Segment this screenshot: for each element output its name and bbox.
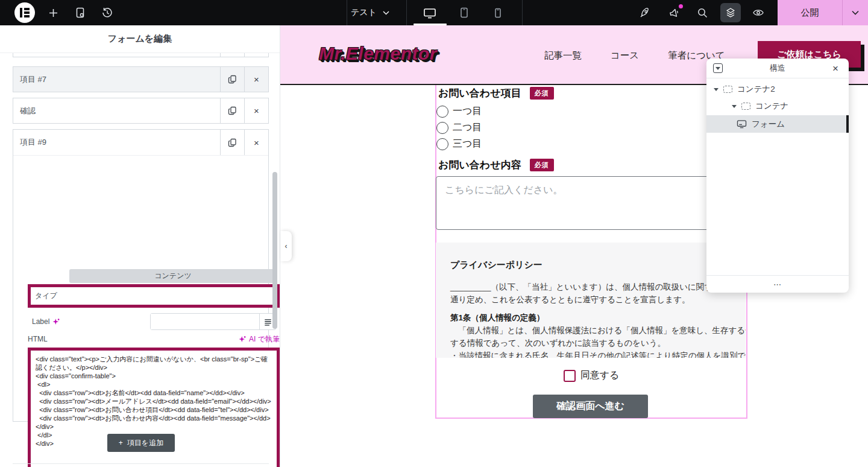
device-desktop-button[interactable] — [419, 0, 441, 25]
form-item-label: 確認 — [13, 98, 220, 123]
page-settings-button[interactable] — [70, 0, 90, 25]
add-element-button[interactable] — [43, 0, 63, 25]
message-label: お問い合わせ内容 必須 — [438, 158, 554, 172]
whats-new-button[interactable] — [662, 0, 686, 25]
write-with-ai-button[interactable]: AI で執筆 — [239, 334, 280, 345]
publish-button[interactable]: 公開 — [778, 0, 842, 25]
radio-option: 二つ目 — [436, 121, 482, 134]
document-icon — [74, 7, 86, 19]
tree-item-container[interactable]: コンテナ — [706, 100, 849, 113]
close-icon[interactable]: × — [828, 59, 843, 78]
form-item-row[interactable]: 項目 #7 × — [13, 66, 269, 92]
plus-icon: + — [119, 439, 123, 447]
duplicate-item-button[interactable] — [220, 67, 244, 92]
topbar-divider — [406, 0, 407, 25]
page-title: テスト — [351, 7, 377, 18]
form-item-row[interactable]: 確認 × — [13, 98, 269, 124]
required-badge: 必須 — [530, 159, 554, 171]
finder-search-button[interactable] — [690, 0, 714, 25]
remove-item-button[interactable]: × — [244, 98, 268, 123]
checklist-button[interactable] — [633, 0, 657, 25]
agree-checkbox[interactable] — [564, 370, 576, 382]
ai-sparkle-icon[interactable] — [52, 318, 60, 326]
radio-option: 三つ目 — [436, 138, 482, 150]
required-badge: 必須 — [530, 87, 554, 100]
collapse-panel-tab[interactable]: ‹ — [280, 231, 292, 261]
panel-resize-handle[interactable]: ⋯ — [706, 275, 849, 293]
copy-icon — [228, 106, 237, 115]
preview-button[interactable] — [746, 0, 770, 25]
publish-options-button[interactable] — [843, 0, 868, 25]
active-device-underline — [414, 24, 447, 25]
site-nav: 記事一覧 コース 筆者について — [544, 49, 725, 62]
label-field-label: Label — [32, 317, 49, 326]
agree-label: 同意する — [580, 369, 620, 382]
add-item-button[interactable]: + 項目を追加 — [107, 434, 175, 452]
copy-icon — [228, 75, 237, 84]
nav-item-courses[interactable]: コース — [611, 49, 639, 62]
privacy-text: する情報であって、次のいずれかに該当するものをいう。 — [450, 337, 731, 349]
eye-icon — [752, 7, 764, 19]
device-tablet-button[interactable] — [453, 0, 475, 25]
mobile-icon — [492, 7, 503, 19]
type-control-highlighted: タイプ HTML — [28, 284, 280, 308]
page-title-dropdown[interactable]: テスト — [351, 0, 389, 25]
caret-down-icon[interactable] — [732, 105, 737, 108]
label-input[interactable] — [151, 314, 259, 329]
submit-button[interactable]: 確認画面へ進む — [533, 395, 648, 418]
chevron-down-icon — [852, 10, 859, 15]
structure-panel-button[interactable] — [720, 3, 741, 22]
container-icon — [723, 86, 732, 93]
top-bar: テスト 公開 — [0, 0, 868, 25]
elementor-menu-button[interactable] — [14, 2, 35, 23]
privacy-text: _________（以下、「当社」といいます）は、個人情報の取扱いに関する方針を… — [450, 281, 731, 293]
tree-item-container2[interactable]: コンテナ2 — [706, 83, 849, 96]
privacy-policy-box: プライバシーポリシー _________（以下、「当社」といいます）は、個人情報… — [436, 243, 746, 358]
html-control-header: HTML AI で執筆 — [28, 334, 280, 344]
topbar-divider — [347, 0, 347, 25]
privacy-text: 「個人情報」とは、個人情報保護法における「個人情報」を意味し、生存する個人に関 — [450, 324, 731, 337]
radio-button[interactable] — [436, 122, 448, 134]
ai-sparkle-icon — [239, 335, 247, 343]
device-mobile-button[interactable] — [487, 0, 509, 25]
form-widget-icon — [737, 119, 747, 129]
html-label: HTML — [28, 335, 48, 343]
privacy-title: プライバシーポリシー — [450, 259, 731, 271]
history-icon — [101, 7, 113, 19]
collapse-all-button[interactable] — [713, 63, 723, 73]
form-item-row[interactable]: 項目 #9 × — [13, 130, 268, 156]
history-button[interactable] — [97, 0, 118, 25]
privacy-heading: 第1条（個人情報の定義） — [450, 311, 731, 324]
remove-item-button[interactable]: × — [244, 130, 268, 155]
tab-content[interactable]: コンテンツ — [69, 269, 277, 283]
megaphone-icon — [668, 7, 681, 19]
remove-item-button[interactable]: × — [244, 67, 268, 92]
duplicate-item-button[interactable] — [220, 130, 244, 155]
add-item-label: 項目を追加 — [127, 438, 163, 448]
panel-divider — [13, 463, 269, 464]
topbar-divider — [522, 0, 523, 25]
structure-panel-header: 構造 × — [706, 59, 849, 78]
privacy-text: ・当該情報に含まれる氏名、生年月日その他の記述等により特定の個人を識別できるもの — [450, 349, 731, 358]
caret-down-icon[interactable] — [714, 88, 719, 91]
chevron-left-icon: ‹ — [285, 242, 288, 250]
publish-group: 公開 — [778, 0, 868, 25]
nav-item-articles[interactable]: 記事一覧 — [544, 49, 582, 62]
form-item-label: 項目 #9 — [13, 130, 220, 155]
database-icon — [264, 318, 272, 326]
structure-panel: 構造 × コンテナ2 コンテナ フォーム ⋯ — [706, 59, 849, 293]
panel-scrollbar[interactable] — [272, 172, 277, 329]
radio-button[interactable] — [436, 138, 448, 150]
layers-icon — [725, 7, 736, 18]
site-logo[interactable]: Mr.Elementor — [319, 43, 437, 64]
label-control: Label — [28, 311, 280, 332]
message-textarea[interactable] — [436, 176, 746, 230]
duplicate-item-button[interactable] — [220, 98, 244, 123]
tree-item-form[interactable]: フォーム — [706, 115, 849, 133]
copy-icon — [228, 138, 237, 147]
tree-scrollbar[interactable] — [846, 115, 849, 133]
structure-panel-title: 構造 — [706, 63, 849, 74]
radio-button[interactable] — [436, 106, 448, 118]
panel-title: フォームを編集 — [0, 25, 280, 53]
desktop-icon — [423, 7, 436, 19]
